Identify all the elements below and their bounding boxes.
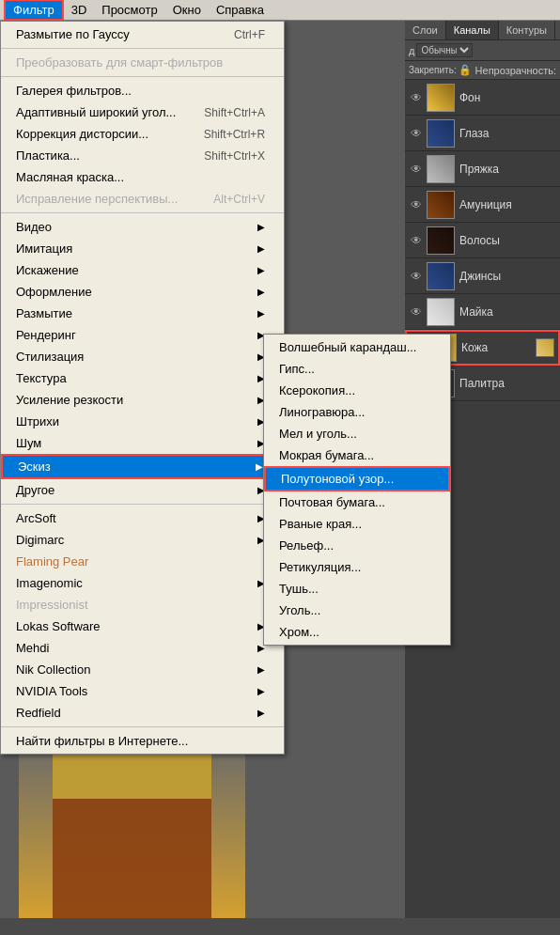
eskiz-ink[interactable]: Тушь... (264, 578, 450, 600)
arrow-redfield: ▶ (257, 708, 265, 718)
separator-5 (1, 726, 284, 727)
filter-group-video[interactable]: Видео ▶ (1, 216, 284, 238)
eskiz-postal-paper[interactable]: Почтовая бумага... (264, 491, 450, 513)
filter-group-distort[interactable]: Искажение ▶ (1, 259, 284, 281)
arrow-nvidia: ▶ (257, 686, 265, 696)
arrow-nik: ▶ (257, 664, 265, 675)
filter-imagenomic[interactable]: Imagenomic ▶ (1, 572, 284, 594)
eskiz-submenu: Волшебный карандаш... Гипс... Ксерокопия… (263, 334, 451, 646)
filter-group-eskiz[interactable]: Эскиз ▶ (1, 454, 284, 479)
filter-perspective: Исправление перспективы... Alt+Ctrl+V (1, 188, 284, 210)
filter-nik-collection[interactable]: Nik Collection ▶ (1, 659, 284, 680)
arrow-blur: ▶ (257, 308, 265, 319)
filter-oil-paint[interactable]: Масляная краска... (1, 166, 284, 188)
filter-mehdi[interactable]: Mehdi ▶ (1, 637, 284, 659)
arrow-imitation: ▶ (257, 243, 265, 254)
filter-group-stylize[interactable]: Стилизация ▶ (1, 346, 284, 367)
separator-3 (1, 212, 284, 213)
separator-4 (1, 504, 284, 505)
filter-dropdown: Размытие по Гауссу Ctrl+F Преобразовать … (0, 21, 285, 755)
filter-blur-gauss[interactable]: Размытие по Гауссу Ctrl+F (1, 23, 284, 45)
separator-2 (1, 76, 284, 77)
filter-gallery[interactable]: Галерея фильтров... (1, 80, 284, 101)
filter-convert: Преобразовать для смарт-фильтров (1, 52, 284, 73)
filter-liquify[interactable]: Пластика... Shift+Ctrl+X (1, 145, 284, 166)
filter-group-render[interactable]: Рендеринг ▶ (1, 324, 284, 346)
separator-1 (1, 48, 284, 49)
filter-group-blur[interactable]: Размытие ▶ (1, 303, 284, 324)
eskiz-chalk[interactable]: Мел и уголь... (264, 423, 450, 444)
eskiz-gypsum[interactable]: Гипс... (264, 358, 450, 380)
eskiz-torn-edges[interactable]: Рваные края... (264, 513, 450, 535)
eskiz-relief[interactable]: Рельеф... (264, 535, 450, 556)
filter-redfield[interactable]: Redfield ▶ (1, 702, 284, 724)
eskiz-magic-pencil[interactable]: Волшебный карандаш... (264, 336, 450, 358)
arrow-video: ▶ (257, 222, 265, 232)
eskiz-halftone[interactable]: Полутоновой узор... (264, 466, 450, 491)
eskiz-xerox[interactable]: Ксерокопия... (264, 380, 450, 401)
filter-adaptive[interactable]: Адаптивный широкий угол... Shift+Ctrl+A (1, 101, 284, 123)
arrow-style: ▶ (257, 287, 265, 297)
filter-flaming-pear[interactable]: Flaming Pear (1, 551, 284, 572)
filter-group-strokes[interactable]: Штрихи ▶ (1, 411, 284, 432)
filter-group-sharpen[interactable]: Усиление резкости ▶ (1, 389, 284, 411)
filter-arcsoft[interactable]: ArcSoft ▶ (1, 507, 284, 529)
eskiz-linoprint[interactable]: Линогравюра... (264, 401, 450, 423)
filter-group-texture[interactable]: Текстура ▶ (1, 367, 284, 389)
filter-group-imitation[interactable]: Имитация ▶ (1, 238, 284, 259)
dropdown-overlay: Размытие по Гауссу Ctrl+F Преобразовать … (0, 0, 560, 935)
filter-find-online[interactable]: Найти фильтры в Интернете... (1, 730, 284, 752)
filter-group-other[interactable]: Другое ▶ (1, 479, 284, 501)
filter-group-noise[interactable]: Шум ▶ (1, 432, 284, 454)
eskiz-reticulation[interactable]: Ретикуляция... (264, 556, 450, 578)
arrow-eskiz: ▶ (256, 461, 263, 472)
arrow-distort: ▶ (257, 265, 265, 275)
eskiz-chrome[interactable]: Хром... (264, 621, 450, 643)
filter-group-style[interactable]: Оформление ▶ (1, 281, 284, 303)
filter-nvidia[interactable]: NVIDIA Tools ▶ (1, 680, 284, 702)
eskiz-charcoal[interactable]: Уголь... (264, 600, 450, 621)
eskiz-wet-paper[interactable]: Мокрая бумага... (264, 444, 450, 466)
filter-digimarc[interactable]: Digimarc ▶ (1, 529, 284, 551)
filter-impressionist: Impressionist (1, 594, 284, 616)
filter-lokas[interactable]: Lokas Software ▶ (1, 616, 284, 637)
filter-distortion[interactable]: Коррекция дисторсии... Shift+Ctrl+R (1, 123, 284, 145)
